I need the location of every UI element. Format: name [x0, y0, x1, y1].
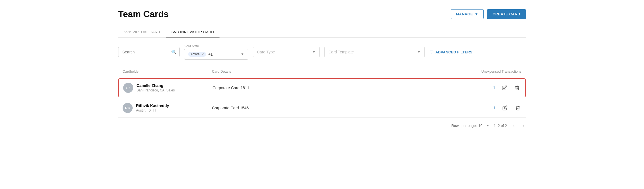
next-page-button[interactable]: ›: [521, 122, 526, 129]
col-cardholder: Cardholder: [123, 70, 212, 74]
active-badge: Active ✕: [188, 52, 206, 57]
create-card-button[interactable]: CREATE CARD: [487, 9, 526, 19]
tabs: SVB VIRTUAL CARD SVB INNOVATOR CARD: [118, 27, 526, 38]
unexpensed-count: 1: [493, 106, 496, 110]
page-info: 1–2 of 2: [494, 124, 507, 128]
col-unexpensed: Unexpensed Transactions: [443, 70, 521, 74]
table-row[interactable]: RK Rithvik Kasireddy Austin, TX, IT Corp…: [118, 98, 526, 118]
cardholder-name: Rithvik Kasireddy: [136, 103, 169, 108]
cardholder-name: Camille Zhang: [137, 83, 175, 88]
chevron-down-icon: ▼: [474, 12, 478, 16]
cardholder-cell: CZ Camille Zhang San Francisco, CA, Sale…: [123, 83, 213, 93]
table-row[interactable]: CZ Camille Zhang San Francisco, CA, Sale…: [118, 78, 526, 97]
edit-button[interactable]: [501, 84, 508, 91]
chevron-down-icon: ▼: [241, 52, 244, 56]
unexpensed-cell: 1: [443, 104, 521, 112]
header-actions: MANAGE ▼ CREATE CARD: [451, 9, 526, 19]
card-template-dropdown[interactable]: Card Template ▼: [324, 47, 425, 57]
table: Cardholder Card Details Unexpensed Trans…: [118, 67, 526, 118]
rows-per-page-select[interactable]: 10 25 50: [478, 124, 486, 128]
chevron-down-icon: ▼: [486, 124, 489, 127]
advanced-filters-button[interactable]: ADVANCED FILTERS: [429, 50, 473, 54]
card-state-label: Card State: [185, 44, 199, 48]
rows-per-page-label: Rows per page:: [451, 124, 477, 128]
manage-button[interactable]: MANAGE ▼: [451, 9, 484, 19]
delete-icon: [515, 105, 520, 110]
rows-per-page: Rows per page: 10 25 50 ▼: [451, 124, 489, 128]
plus-count: +1: [208, 52, 213, 56]
delete-button[interactable]: [514, 84, 521, 91]
pagination: Rows per page: 10 25 50 ▼ 1–2 of 2 ‹ ›: [118, 118, 526, 129]
delete-button[interactable]: [514, 104, 521, 112]
page-title: Team Cards: [118, 9, 169, 19]
edit-icon: [502, 85, 507, 90]
chevron-down-icon: ▼: [312, 50, 316, 54]
card-details: Corporate Card 1546: [212, 106, 443, 110]
search-input[interactable]: [118, 47, 180, 57]
cardholder-cell: RK Rithvik Kasireddy Austin, TX, IT: [123, 103, 212, 113]
prev-page-button[interactable]: ‹: [511, 122, 516, 129]
search-container: 🔍: [118, 47, 180, 57]
edit-button[interactable]: [501, 104, 509, 112]
delete-icon: [515, 85, 520, 90]
unexpensed-count: 1: [493, 86, 495, 90]
edit-icon: [502, 105, 507, 110]
chevron-down-icon: ▼: [417, 50, 421, 54]
card-state-dropdown[interactable]: Active ✕ +1 ▼: [184, 49, 248, 60]
unexpensed-cell: 1: [443, 84, 521, 91]
filters-row: 🔍 Card State Active ✕ +1 ▼ Card Type ▼: [118, 44, 526, 60]
cardholder-sub: Austin, TX, IT: [136, 108, 169, 112]
table-header: Cardholder Card Details Unexpensed Trans…: [118, 67, 526, 76]
avatar: CZ: [123, 83, 133, 93]
card-state-filter: Card State Active ✕ +1 ▼: [184, 49, 248, 60]
tab-svb-virtual[interactable]: SVB VIRTUAL CARD: [118, 27, 166, 37]
card-type-dropdown[interactable]: Card Type ▼: [253, 47, 320, 57]
remove-active-badge[interactable]: ✕: [201, 53, 204, 56]
cardholder-sub: San Francisco, CA, Sales: [137, 88, 175, 92]
card-details: Corporate Card 1811: [213, 86, 443, 90]
card-template-filter: Card Template ▼: [324, 47, 425, 57]
filter-icon: [429, 50, 434, 54]
avatar: RK: [123, 103, 133, 113]
tab-svb-innovator[interactable]: SVB INNOVATOR CARD: [166, 27, 220, 37]
col-card-details: Card Details: [212, 70, 443, 74]
card-type-filter: Card Type ▼: [253, 47, 320, 57]
